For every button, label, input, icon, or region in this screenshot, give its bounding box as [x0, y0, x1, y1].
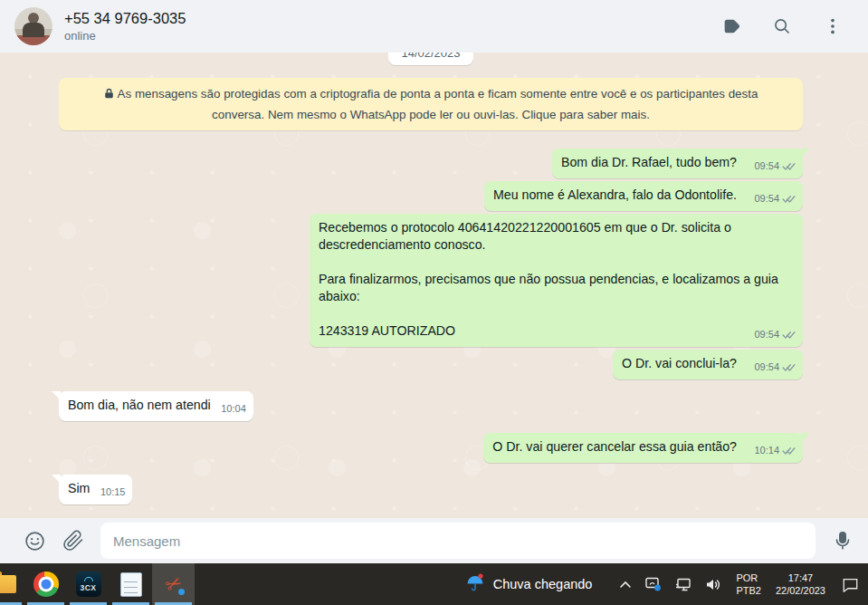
- snipping-tool-icon: ✂: [166, 573, 182, 595]
- message-text: Sim: [68, 481, 90, 495]
- scissors-glyph: ✂: [161, 571, 185, 597]
- encryption-notice-text: As mensagens são protegidas com a cripto…: [118, 87, 758, 121]
- contact-info[interactable]: +55 34 9769-3035 online: [64, 10, 186, 43]
- contact-name: +55 34 9769-3035: [64, 10, 186, 27]
- double-check-icon: [782, 447, 796, 456]
- weather-umbrella-icon: [464, 571, 486, 597]
- windows-taskbar: 3CX ✂ Chuva chegando: [0, 563, 868, 605]
- incoming-message[interactable]: Sim 10:15: [59, 475, 132, 504]
- avatar-photo-body: [23, 23, 44, 37]
- taskbar-clock[interactable]: 17:47 22/02/2023: [776, 571, 825, 598]
- encryption-notice[interactable]: As mensagens são protegidas com a cripto…: [59, 78, 803, 130]
- attach-icon[interactable]: [62, 530, 84, 552]
- message-meta: 10:15: [100, 484, 126, 501]
- notepad-icon: [120, 572, 142, 597]
- weather-widget[interactable]: Chuva chegando: [457, 571, 600, 597]
- message-row: O Dr. vai querer cancelar essa guia entã…: [59, 433, 803, 463]
- language-line2: PTB2: [736, 584, 761, 597]
- mic-icon[interactable]: [832, 530, 854, 552]
- message-text: Bom dia, não nem atendi: [68, 398, 211, 412]
- menu-kebab-icon[interactable]: [823, 16, 843, 36]
- message-meta: 09:54: [754, 359, 796, 376]
- file-explorer-icon: [0, 575, 16, 593]
- tray-volume-icon[interactable]: [705, 578, 721, 591]
- outgoing-message[interactable]: O Dr. vai querer cancelar essa guia entã…: [483, 433, 803, 463]
- message-text: Bom dia Dr. Rafael, tudo bem?: [561, 155, 737, 169]
- emoji-icon[interactable]: [24, 530, 46, 552]
- chat-header: +55 34 9769-3035 online: [0, 0, 868, 53]
- outgoing-message[interactable]: O Dr. vai conclui-la? 09:54: [613, 350, 803, 379]
- message-text: Meu nome é Alexandra, falo da Odontolife…: [493, 187, 737, 202]
- message-meta: 09:54: [754, 326, 796, 343]
- action-center-icon[interactable]: [842, 577, 859, 592]
- message-row: Sim 10:15: [59, 475, 803, 504]
- taskbar-app-file-explorer[interactable]: [0, 563, 24, 605]
- whatsapp-window: +55 34 9769-3035 online 14/02/2023 As me…: [0, 0, 868, 605]
- label-icon[interactable]: [721, 16, 741, 36]
- message-row: O Dr. vai conclui-la? 09:54: [59, 350, 803, 379]
- double-check-icon: [782, 363, 796, 372]
- message-row: Bom dia, não nem atendi 10:04: [59, 391, 803, 421]
- taskbar-app-snipping-tool[interactable]: ✂: [152, 563, 195, 605]
- message-composer: [0, 518, 868, 563]
- message-text: O Dr. vai conclui-la?: [622, 356, 737, 370]
- outgoing-message[interactable]: Meu nome é Alexandra, falo da Odontolife…: [484, 181, 803, 211]
- message-time: 09:54: [754, 359, 779, 376]
- message-time: 10:15: [100, 484, 126, 501]
- message-time: 10:14: [754, 442, 779, 459]
- language-line1: POR: [736, 571, 761, 584]
- message-time: 09:54: [754, 326, 779, 343]
- taskbar-app-notepad[interactable]: [110, 563, 152, 605]
- chat-area[interactable]: 14/02/2023 As mensagens são protegidas c…: [0, 53, 868, 518]
- clock-date: 22/02/2023: [776, 584, 825, 597]
- message-time: 10:04: [221, 400, 246, 418]
- 3cx-wifi-arc: [84, 577, 93, 581]
- chrome-icon: [33, 571, 59, 597]
- message-meta: 10:04: [221, 400, 246, 418]
- header-actions: [721, 16, 852, 36]
- message-row: Recebemos o protocolo 406414202212200016…: [59, 214, 803, 347]
- double-check-icon: [782, 331, 796, 340]
- outgoing-message[interactable]: Bom dia Dr. Rafael, tudo bem? 09:54: [552, 149, 803, 178]
- message-text: Recebemos o protocolo 406414202212200016…: [319, 220, 782, 338]
- tray-network-icon[interactable]: [675, 578, 692, 591]
- weather-text: Chuva chegando: [493, 577, 593, 591]
- taskbar-app-3cx[interactable]: 3CX: [67, 563, 110, 605]
- message-time: 09:54: [754, 158, 779, 175]
- message-meta: 10:14: [754, 442, 796, 459]
- double-check-icon: [782, 162, 796, 171]
- avatar[interactable]: [14, 7, 52, 45]
- taskbar-app-chrome[interactable]: [24, 563, 67, 605]
- language-indicator[interactable]: POR PTB2: [736, 571, 761, 598]
- contact-status: online: [64, 29, 186, 43]
- message-row: Bom dia Dr. Rafael, tudo bem? 09:54: [59, 149, 803, 178]
- outgoing-message[interactable]: Recebemos o protocolo 406414202212200016…: [310, 214, 803, 347]
- clock-time: 17:47: [776, 571, 825, 584]
- lock-icon: [104, 85, 114, 105]
- date-chip: 14/02/2023: [388, 53, 472, 65]
- 3cx-icon: 3CX: [76, 571, 101, 597]
- message-input[interactable]: [100, 523, 816, 559]
- message-meta: 09:54: [754, 158, 796, 175]
- tray-chevron-up-icon[interactable]: [619, 580, 632, 590]
- double-check-icon: [782, 195, 796, 204]
- search-icon[interactable]: [772, 16, 792, 36]
- incoming-message[interactable]: Bom dia, não nem atendi 10:04: [59, 391, 253, 421]
- tray-screen-share-icon[interactable]: [645, 577, 662, 591]
- 3cx-label: 3CX: [80, 583, 96, 592]
- message-text: O Dr. vai querer cancelar essa guia entã…: [492, 439, 737, 454]
- message-row: Meu nome é Alexandra, falo da Odontolife…: [59, 181, 803, 211]
- message-meta: 09:54: [754, 190, 796, 207]
- message-time: 09:54: [754, 190, 779, 207]
- system-tray: [619, 577, 721, 591]
